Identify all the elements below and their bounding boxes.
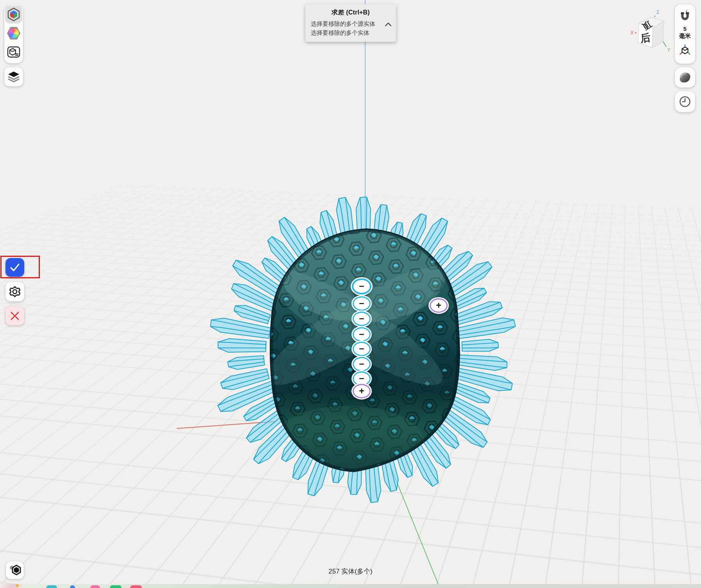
tool-tooltip: 求差 (Ctrl+B) 选择要移除的多个源实体 选择要移除的多个实体 — [305, 4, 396, 42]
axis-cube-icon[interactable] — [678, 43, 692, 57]
taskbar-sliver[interactable] — [0, 584, 701, 588]
app-icon-pink[interactable] — [90, 585, 100, 588]
snap-value[interactable]: 5 — [679, 25, 691, 32]
color-wheel-hexagon-icon — [7, 27, 20, 40]
axis-z-label: Z — [655, 9, 660, 15]
remove-support-button[interactable]: − — [353, 312, 371, 326]
checkmark-icon — [10, 263, 20, 272]
add-support-button[interactable]: + — [353, 384, 371, 398]
shaded-view-button[interactable] — [5, 5, 22, 23]
taskbar-yellow-dot — [16, 584, 19, 587]
axis-y-label: Y — [667, 47, 671, 53]
clock-icon — [678, 95, 692, 108]
remove-support-button[interactable]: − — [352, 278, 371, 294]
app-icon-green[interactable] — [110, 585, 122, 588]
add-support-button[interactable]: + — [430, 298, 448, 313]
chevron-up-icon[interactable] — [384, 22, 392, 27]
magnet-lightning-icon[interactable] — [678, 8, 692, 22]
app-icon-blue[interactable] — [70, 585, 75, 588]
selection-status: 257 实体(多个) — [0, 567, 701, 576]
tooltip-line-2: 选择要移除的多个实体 — [311, 28, 391, 37]
remove-support-button[interactable]: − — [353, 296, 371, 311]
confirm-button[interactable] — [5, 258, 24, 277]
snap-unit[interactable]: 毫米 — [679, 32, 691, 39]
box-with-grid-icon — [7, 45, 21, 59]
appearance-color-button[interactable] — [5, 24, 22, 42]
layers-stack-icon — [7, 71, 20, 83]
app-icon-teal[interactable] — [46, 585, 57, 588]
gear-icon — [9, 285, 21, 298]
history-button[interactable] — [675, 91, 695, 112]
view-cube-front-label: 后 — [639, 31, 651, 44]
shading-style-button[interactable] — [675, 67, 695, 88]
viewport[interactable]: .spk{fill:rgba(125,216,242,.55);stroke:#… — [0, 0, 701, 588]
layers-button[interactable] — [4, 67, 23, 86]
left-toolbar — [4, 5, 23, 63]
colored-cube-hexagon-icon — [7, 7, 21, 22]
tooltip-title: 求差 (Ctrl+B) — [311, 9, 391, 17]
app-icon-red[interactable] — [130, 585, 142, 588]
view-style-button[interactable] — [5, 43, 22, 61]
settings-button[interactable] — [5, 282, 24, 301]
view-cube[interactable]: Z 顶 后 X Y — [627, 9, 674, 55]
remove-support-button[interactable]: − — [353, 327, 371, 342]
cancel-button[interactable] — [5, 306, 24, 325]
tooltip-line-1: 选择要移除的多个源实体 — [311, 19, 391, 28]
snap-panel: 5 毫米 — [675, 4, 695, 64]
shaded-material-icon — [678, 71, 692, 84]
taskbar-thumbnail[interactable] — [0, 584, 23, 588]
axis-x-label: X — [630, 30, 634, 36]
scene-3d[interactable]: .spk{fill:rgba(125,216,242,.55);stroke:#… — [0, 0, 701, 588]
remove-support-button[interactable]: − — [353, 342, 371, 356]
remove-support-button[interactable]: − — [353, 357, 371, 371]
x-mark-icon — [10, 311, 20, 321]
